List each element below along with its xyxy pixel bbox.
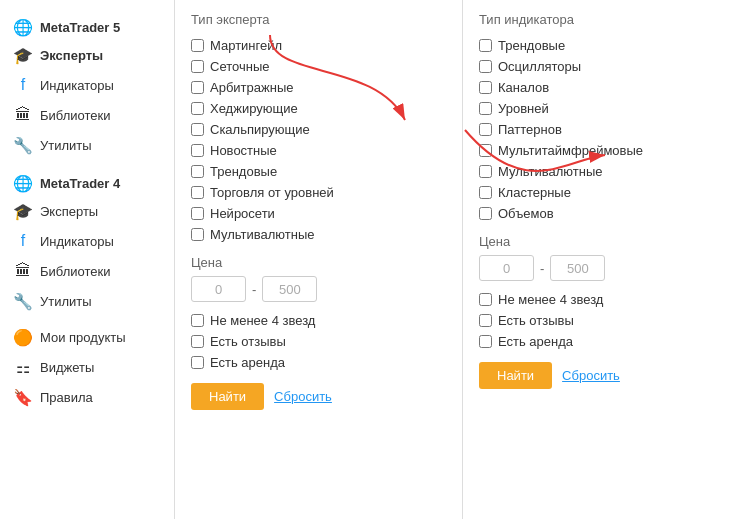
checkbox-multitf[interactable] <box>479 144 492 157</box>
filter-left-option-7: Торговля от уровней <box>191 182 446 203</box>
checkbox-cluster[interactable] <box>479 186 492 199</box>
sidebar-item-libraries5[interactable]: 🏛 Библиотеки <box>0 100 174 130</box>
sidebar-item-indicators5[interactable]: f Индикаторы <box>0 70 174 100</box>
sidebar-item-utilities5[interactable]: 🔧 Утилиты <box>0 130 174 160</box>
checkbox-neural[interactable] <box>191 207 204 220</box>
checkbox-trend-right[interactable] <box>479 39 492 52</box>
label-trend-right: Трендовые <box>498 38 565 53</box>
filter-left-option-8: Нейросети <box>191 203 446 224</box>
mt5-icon: 🌐 <box>14 18 32 36</box>
filter-right-stars: Не менее 4 звезд <box>479 289 734 310</box>
label-multicurrency-left: Мультивалютные <box>210 227 315 242</box>
checkbox-hedging[interactable] <box>191 102 204 115</box>
price-section-left: Цена - <box>191 255 446 302</box>
find-button-left[interactable]: Найти <box>191 383 264 410</box>
label-reviews-right: Есть отзывы <box>498 313 574 328</box>
price-label-right: Цена <box>479 234 734 249</box>
label-news: Новостные <box>210 143 277 158</box>
filter-left-option-0: Мартингейл <box>191 35 446 56</box>
label-cluster: Кластерные <box>498 185 571 200</box>
filter-left-option-4: Скальпирующие <box>191 119 446 140</box>
filter-left-title: Тип эксперта <box>191 12 446 27</box>
filter-left-option-9: Мультивалютные <box>191 224 446 245</box>
reset-button-left[interactable]: Сбросить <box>274 389 332 404</box>
price-from-right[interactable] <box>479 255 534 281</box>
find-button-right[interactable]: Найти <box>479 362 552 389</box>
price-to-right[interactable] <box>550 255 605 281</box>
checkbox-reviews-right[interactable] <box>479 314 492 327</box>
libraries5-icon: 🏛 <box>14 106 32 124</box>
price-row-left: - <box>191 276 446 302</box>
filter-left-stars: Не менее 4 звезд <box>191 310 446 331</box>
checkbox-oscillators[interactable] <box>479 60 492 73</box>
filter-left-option-2: Арбитражные <box>191 77 446 98</box>
filter-right-reviews: Есть отзывы <box>479 310 734 331</box>
checkbox-levels[interactable] <box>191 186 204 199</box>
find-row-left: Найти Сбросить <box>191 383 446 410</box>
filter-right-option-8: Объемов <box>479 203 734 224</box>
checkbox-martingale[interactable] <box>191 39 204 52</box>
label-oscillators: Осцилляторы <box>498 59 581 74</box>
sidebar-item-rules[interactable]: 🔖 Правила <box>0 382 174 412</box>
checkbox-reviews-left[interactable] <box>191 335 204 348</box>
filter-right-option-7: Кластерные <box>479 182 734 203</box>
filter-left-reviews: Есть отзывы <box>191 331 446 352</box>
filter-left-option-3: Хеджирующие <box>191 98 446 119</box>
label-trend: Трендовые <box>210 164 277 179</box>
checkbox-grid[interactable] <box>191 60 204 73</box>
reset-button-right[interactable]: Сбросить <box>562 368 620 383</box>
filter-right-column: Тип индикатора Трендовые Осцилляторы Кан… <box>463 0 750 519</box>
label-levels: Торговля от уровней <box>210 185 334 200</box>
filter-left-rent: Есть аренда <box>191 352 446 373</box>
filter-right-option-4: Паттернов <box>479 119 734 140</box>
checkbox-levels-right[interactable] <box>479 102 492 115</box>
price-row-right: - <box>479 255 734 281</box>
sidebar-item-experts5[interactable]: 🎓 Эксперты <box>0 40 174 70</box>
price-section-right: Цена - <box>479 234 734 281</box>
price-from-left[interactable] <box>191 276 246 302</box>
checkbox-multicurrency-left[interactable] <box>191 228 204 241</box>
checkbox-stars-right[interactable] <box>479 293 492 306</box>
filter-right-option-3: Уровней <box>479 98 734 119</box>
checkbox-patterns[interactable] <box>479 123 492 136</box>
filter-right-title: Тип индикатора <box>479 12 734 27</box>
label-volume: Объемов <box>498 206 554 221</box>
filter-right-option-0: Трендовые <box>479 35 734 56</box>
sidebar-item-widgets[interactable]: ⚏ Виджеты <box>0 352 174 382</box>
label-martingale: Мартингейл <box>210 38 282 53</box>
sidebar-mt4-header: 🌐 MetaTrader 4 <box>0 166 174 196</box>
sidebar-item-libraries4[interactable]: 🏛 Библиотеки <box>0 256 174 286</box>
checkbox-rent-right[interactable] <box>479 335 492 348</box>
checkbox-multicurrency-right[interactable] <box>479 165 492 178</box>
sidebar-item-experts4[interactable]: 🎓 Эксперты <box>0 196 174 226</box>
checkbox-volume[interactable] <box>479 207 492 220</box>
checkbox-channels[interactable] <box>479 81 492 94</box>
checkbox-news[interactable] <box>191 144 204 157</box>
checkbox-stars-left[interactable] <box>191 314 204 327</box>
sidebar-item-myproducts[interactable]: 🟠 Мои продукты <box>0 322 174 352</box>
label-reviews-left: Есть отзывы <box>210 334 286 349</box>
filter-right-option-5: Мультитаймфреймовые <box>479 140 734 161</box>
filter-left-option-6: Трендовые <box>191 161 446 182</box>
checkbox-scalping[interactable] <box>191 123 204 136</box>
utilities4-icon: 🔧 <box>14 292 32 310</box>
filter-right-rent: Есть аренда <box>479 331 734 352</box>
filter-right-option-2: Каналов <box>479 77 734 98</box>
price-dash-left: - <box>252 282 256 297</box>
rules-icon: 🔖 <box>14 388 32 406</box>
indicators5-icon: f <box>14 76 32 94</box>
checkbox-arbitrage[interactable] <box>191 81 204 94</box>
label-levels-right: Уровней <box>498 101 549 116</box>
label-multitf: Мультитаймфреймовые <box>498 143 643 158</box>
libraries4-icon: 🏛 <box>14 262 32 280</box>
label-stars-right: Не менее 4 звезд <box>498 292 603 307</box>
price-to-left[interactable] <box>262 276 317 302</box>
checkbox-rent-left[interactable] <box>191 356 204 369</box>
label-patterns: Паттернов <box>498 122 562 137</box>
checkbox-trend[interactable] <box>191 165 204 178</box>
filter-left-option-5: Новостные <box>191 140 446 161</box>
sidebar-item-indicators4[interactable]: f Индикаторы <box>0 226 174 256</box>
sidebar-item-utilities4[interactable]: 🔧 Утилиты <box>0 286 174 316</box>
experts4-icon: 🎓 <box>14 202 32 220</box>
label-rent-left: Есть аренда <box>210 355 285 370</box>
